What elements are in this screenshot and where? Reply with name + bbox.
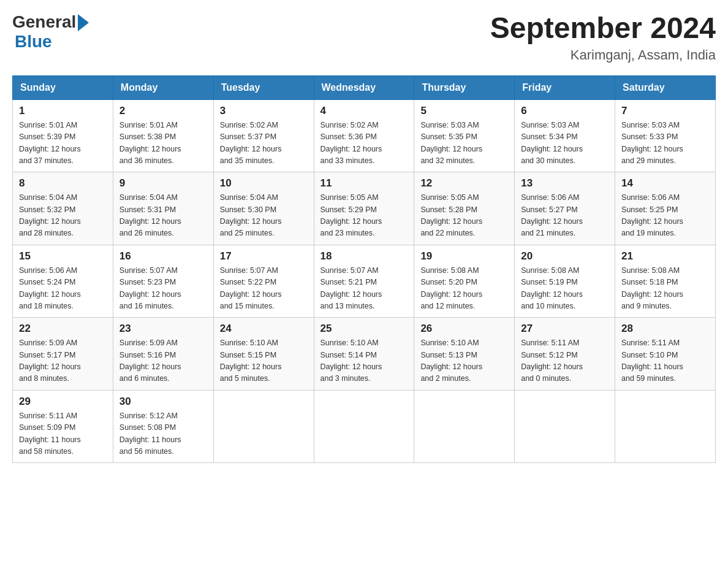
day-info: Sunrise: 5:08 AMSunset: 5:18 PMDaylight:… [621, 265, 709, 313]
calendar-week-row: 29Sunrise: 5:11 AMSunset: 5:09 PMDayligh… [13, 390, 716, 463]
day-number: 14 [621, 177, 709, 190]
day-number: 28 [621, 323, 709, 335]
table-row: 14Sunrise: 5:06 AMSunset: 5:25 PMDayligh… [615, 172, 716, 245]
day-number: 10 [220, 177, 308, 190]
header-thursday: Thursday [414, 75, 515, 99]
day-number: 1 [19, 105, 107, 117]
table-row: 30Sunrise: 5:12 AMSunset: 5:08 PMDayligh… [113, 390, 213, 463]
day-number: 25 [320, 323, 408, 335]
table-row [213, 390, 314, 463]
day-number: 29 [19, 396, 107, 408]
header-saturday: Saturday [615, 75, 716, 99]
table-row: 23Sunrise: 5:09 AMSunset: 5:16 PMDayligh… [113, 318, 213, 391]
table-row: 8Sunrise: 5:04 AMSunset: 5:32 PMDaylight… [13, 172, 113, 245]
day-info: Sunrise: 5:04 AMSunset: 5:31 PMDaylight:… [119, 192, 207, 240]
header-wednesday: Wednesday [314, 75, 414, 99]
calendar-week-row: 22Sunrise: 5:09 AMSunset: 5:17 PMDayligh… [13, 318, 716, 391]
day-info: Sunrise: 5:09 AMSunset: 5:16 PMDaylight:… [119, 337, 207, 385]
table-row [615, 390, 716, 463]
day-info: Sunrise: 5:10 AMSunset: 5:14 PMDaylight:… [320, 337, 408, 385]
table-row: 26Sunrise: 5:10 AMSunset: 5:13 PMDayligh… [414, 318, 515, 391]
table-row: 17Sunrise: 5:07 AMSunset: 5:22 PMDayligh… [213, 245, 314, 318]
day-number: 7 [621, 105, 709, 117]
table-row: 21Sunrise: 5:08 AMSunset: 5:18 PMDayligh… [615, 245, 716, 318]
header-monday: Monday [113, 75, 213, 99]
table-row: 27Sunrise: 5:11 AMSunset: 5:12 PMDayligh… [515, 318, 615, 391]
table-row: 29Sunrise: 5:11 AMSunset: 5:09 PMDayligh… [13, 390, 113, 463]
day-number: 18 [320, 250, 408, 262]
logo-general-text: General [12, 12, 76, 32]
header-tuesday: Tuesday [213, 75, 314, 99]
day-info: Sunrise: 5:06 AMSunset: 5:24 PMDaylight:… [19, 265, 107, 313]
day-info: Sunrise: 5:08 AMSunset: 5:19 PMDaylight:… [521, 265, 609, 313]
table-row: 28Sunrise: 5:11 AMSunset: 5:10 PMDayligh… [615, 318, 716, 391]
day-info: Sunrise: 5:03 AMSunset: 5:33 PMDaylight:… [621, 120, 709, 167]
location-text: Karimganj, Assam, India [490, 47, 716, 63]
table-row: 13Sunrise: 5:06 AMSunset: 5:27 PMDayligh… [515, 172, 615, 245]
day-info: Sunrise: 5:07 AMSunset: 5:22 PMDaylight:… [220, 265, 308, 313]
table-row: 4Sunrise: 5:02 AMSunset: 5:36 PMDaylight… [314, 99, 414, 172]
day-number: 8 [19, 177, 107, 190]
day-number: 30 [119, 396, 207, 408]
day-info: Sunrise: 5:12 AMSunset: 5:08 PMDaylight:… [119, 410, 207, 458]
day-number: 9 [119, 177, 207, 190]
day-info: Sunrise: 5:04 AMSunset: 5:30 PMDaylight:… [220, 192, 308, 240]
table-row: 19Sunrise: 5:08 AMSunset: 5:20 PMDayligh… [414, 245, 515, 318]
table-row: 5Sunrise: 5:03 AMSunset: 5:35 PMDaylight… [414, 99, 515, 172]
day-number: 3 [220, 105, 308, 117]
day-info: Sunrise: 5:06 AMSunset: 5:27 PMDaylight:… [521, 192, 609, 240]
day-number: 11 [320, 177, 408, 190]
day-number: 26 [420, 323, 508, 335]
day-info: Sunrise: 5:11 AMSunset: 5:10 PMDaylight:… [621, 337, 709, 385]
day-info: Sunrise: 5:01 AMSunset: 5:39 PMDaylight:… [19, 120, 107, 167]
day-number: 2 [119, 105, 207, 117]
day-info: Sunrise: 5:04 AMSunset: 5:32 PMDaylight:… [19, 192, 107, 240]
day-number: 5 [420, 105, 508, 117]
calendar-header-row: Sunday Monday Tuesday Wednesday Thursday… [13, 75, 716, 99]
day-info: Sunrise: 5:11 AMSunset: 5:09 PMDaylight:… [19, 410, 107, 458]
day-number: 4 [320, 105, 408, 117]
table-row: 20Sunrise: 5:08 AMSunset: 5:19 PMDayligh… [515, 245, 615, 318]
table-row: 6Sunrise: 5:03 AMSunset: 5:34 PMDaylight… [515, 99, 615, 172]
table-row: 24Sunrise: 5:10 AMSunset: 5:15 PMDayligh… [213, 318, 314, 391]
header-friday: Friday [515, 75, 615, 99]
table-row [515, 390, 615, 463]
day-number: 19 [420, 250, 508, 262]
table-row: 2Sunrise: 5:01 AMSunset: 5:38 PMDaylight… [113, 99, 213, 172]
table-row: 12Sunrise: 5:05 AMSunset: 5:28 PMDayligh… [414, 172, 515, 245]
table-row: 22Sunrise: 5:09 AMSunset: 5:17 PMDayligh… [13, 318, 113, 391]
day-number: 22 [19, 323, 107, 335]
day-info: Sunrise: 5:07 AMSunset: 5:21 PMDaylight:… [320, 265, 408, 313]
table-row: 15Sunrise: 5:06 AMSunset: 5:24 PMDayligh… [13, 245, 113, 318]
day-number: 21 [621, 250, 709, 262]
table-row: 3Sunrise: 5:02 AMSunset: 5:37 PMDaylight… [213, 99, 314, 172]
table-row: 18Sunrise: 5:07 AMSunset: 5:21 PMDayligh… [314, 245, 414, 318]
logo: General Blue [12, 12, 89, 52]
table-row: 10Sunrise: 5:04 AMSunset: 5:30 PMDayligh… [213, 172, 314, 245]
table-row: 1Sunrise: 5:01 AMSunset: 5:39 PMDaylight… [13, 99, 113, 172]
calendar-week-row: 1Sunrise: 5:01 AMSunset: 5:39 PMDaylight… [13, 99, 716, 172]
day-info: Sunrise: 5:10 AMSunset: 5:15 PMDaylight:… [220, 337, 308, 385]
title-section: September 2024 Karimganj, Assam, India [490, 12, 716, 63]
day-number: 23 [119, 323, 207, 335]
calendar-week-row: 8Sunrise: 5:04 AMSunset: 5:32 PMDaylight… [13, 172, 716, 245]
table-row [414, 390, 515, 463]
day-info: Sunrise: 5:05 AMSunset: 5:28 PMDaylight:… [420, 192, 508, 240]
day-info: Sunrise: 5:02 AMSunset: 5:37 PMDaylight:… [220, 120, 308, 167]
table-row [314, 390, 414, 463]
table-row: 7Sunrise: 5:03 AMSunset: 5:33 PMDaylight… [615, 99, 716, 172]
day-info: Sunrise: 5:07 AMSunset: 5:23 PMDaylight:… [119, 265, 207, 313]
day-number: 6 [521, 105, 609, 117]
day-info: Sunrise: 5:10 AMSunset: 5:13 PMDaylight:… [420, 337, 508, 385]
day-info: Sunrise: 5:05 AMSunset: 5:29 PMDaylight:… [320, 192, 408, 240]
day-number: 16 [119, 250, 207, 262]
day-number: 17 [220, 250, 308, 262]
day-info: Sunrise: 5:02 AMSunset: 5:36 PMDaylight:… [320, 120, 408, 167]
day-number: 12 [420, 177, 508, 190]
day-info: Sunrise: 5:08 AMSunset: 5:20 PMDaylight:… [420, 265, 508, 313]
day-info: Sunrise: 5:06 AMSunset: 5:25 PMDaylight:… [621, 192, 709, 240]
table-row: 9Sunrise: 5:04 AMSunset: 5:31 PMDaylight… [113, 172, 213, 245]
page-header: General Blue September 2024 Karimganj, A… [12, 12, 716, 63]
day-number: 20 [521, 250, 609, 262]
logo-blue-text: Blue [15, 32, 52, 52]
